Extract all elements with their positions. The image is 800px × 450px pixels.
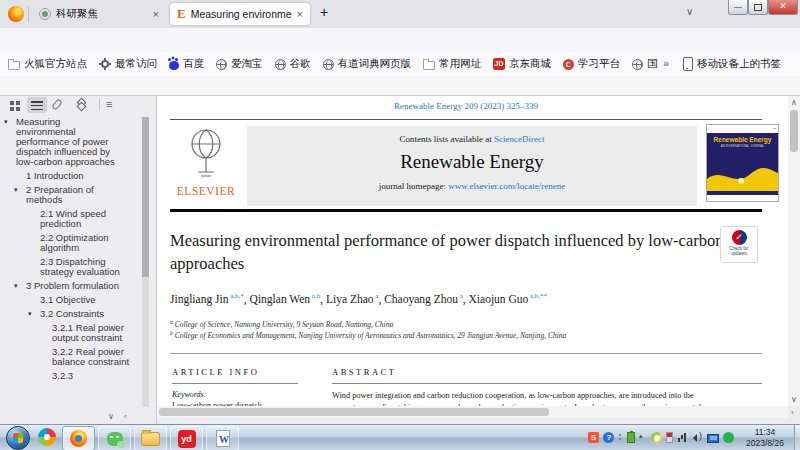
journal-homepage-link[interactable]: www.elsevier.com/locate/renene (448, 181, 565, 191)
outline-item[interactable]: 3.1 Objective (4, 295, 154, 305)
scroll-right-arrow-icon[interactable]: › (791, 408, 794, 417)
scroll-down-arrow-icon[interactable]: ∨ (791, 395, 797, 404)
help-tray-icon[interactable] (603, 432, 614, 443)
bookmark-label: 爱淘宝 (231, 57, 263, 71)
mobile-bookmarks-button[interactable]: 移动设备上的书签 (683, 52, 797, 76)
author-affiliation-marks: a,b,** (528, 292, 547, 300)
minimize-button[interactable]: — (728, 0, 748, 15)
cover-title: Renewable Energy (707, 136, 778, 143)
volume-tray-icon[interactable] (692, 432, 703, 443)
attachments-paperclip-icon[interactable] (51, 98, 63, 110)
outline-item[interactable]: ▾2 Preparation of methods (4, 185, 154, 205)
hidden-tray-icon[interactable] (639, 432, 647, 443)
browser-navbar: ← → ↻ ⌂ https://pdf.sciencedirectassets.… (0, 28, 800, 52)
pinwheel-app-icon[interactable] (38, 428, 56, 446)
taskbar-clock[interactable]: 11:34 2023/8/26 (738, 427, 792, 449)
scroll-down-arrow-icon[interactable]: ∨ (108, 412, 114, 421)
tab-keyanjujiao[interactable]: 科研聚焦 × (33, 3, 165, 25)
mobile-bookmarks-label: 移动设备上的书签 (697, 57, 781, 71)
sciencedirect-link[interactable]: ScienceDirect (494, 134, 544, 144)
horizontal-scrollbar-thumb[interactable] (159, 408, 549, 416)
globe-bookmark-icon (275, 59, 286, 70)
affiliation-line: b College of Economics and Management, N… (170, 330, 762, 341)
safe360-tray-icon[interactable] (651, 432, 662, 443)
elsevier-tree-icon (179, 124, 233, 180)
bookmark-item[interactable]: 谷歌 (275, 57, 311, 71)
maximize-button[interactable] (748, 0, 768, 15)
author-name: Chaoyang Zhou (384, 293, 458, 305)
outline-item[interactable]: 2.2 Optimization algorithm (4, 233, 154, 253)
caret-down-icon[interactable]: ▾ (28, 309, 32, 319)
youdao-icon: yd (178, 430, 196, 448)
thumbnails-tab-icon[interactable] (10, 101, 20, 111)
taskbar-app-explorer[interactable] (134, 426, 167, 450)
battery-tray-icon[interactable] (627, 432, 635, 443)
sogou-tray-icon[interactable] (588, 432, 599, 443)
outline-item[interactable]: 1 Introduction (4, 171, 154, 181)
cover-subtitle: AN INTERNATIONAL JOURNAL (707, 144, 778, 148)
outline-item[interactable]: 2.3 Dispatching strategy evaluation (4, 257, 154, 277)
outline-item[interactable]: 3.2.2 Real power balance constraint (4, 347, 154, 367)
bookmark-item[interactable]: 常用网址 (423, 57, 481, 71)
taskbar-app-youdao[interactable]: yd (170, 426, 203, 450)
start-button[interactable] (6, 426, 30, 450)
bookmark-item[interactable]: 百度 (169, 57, 204, 71)
bookmark-label: 京东商城 (509, 57, 551, 71)
tab-title: Measuring environmental pe (191, 8, 292, 20)
bookmark-item[interactable]: 火狐官方站点 (8, 57, 87, 71)
journal-masthead: Contents lists available at ScienceDirec… (247, 126, 697, 206)
taskbar-app-firefox[interactable] (62, 426, 95, 450)
usb-tray-icon[interactable] (666, 432, 673, 443)
bookmarks-overflow-chevron[interactable]: » (663, 57, 669, 69)
tab-measuring-environmental[interactable]: E Measuring environmental pe × (170, 3, 310, 25)
horizontal-scrollbar[interactable] (157, 406, 788, 418)
taskbar-app-wechat[interactable] (98, 426, 131, 450)
network-tray-icon[interactable] (677, 432, 688, 443)
green-tray-icon[interactable] (723, 432, 734, 443)
tab-close-icon[interactable]: × (297, 8, 303, 20)
taskbar-apps: yd (62, 426, 239, 450)
bookmark-item[interactable]: 京东商城 (493, 57, 551, 71)
tab-close-icon[interactable]: × (153, 8, 159, 20)
dots-tray-icon[interactable] (618, 432, 623, 443)
caret-down-icon[interactable]: ▾ (4, 117, 8, 127)
list-all-tabs-chevron-icon[interactable]: ∨ (686, 6, 693, 17)
outline-item[interactable]: 3.2.1 Real power output constraint (4, 323, 154, 343)
bookmark-item[interactable]: 有道词典网页版 (323, 57, 412, 71)
bookmark-item[interactable]: 国家智慧教育平台 (632, 57, 658, 71)
caret-down-icon[interactable]: ▾ (14, 281, 18, 291)
bookmark-item[interactable]: 学习平台 (563, 57, 620, 71)
outline-item[interactable]: ▾3 Problem formulation (4, 281, 154, 291)
tab-divider (28, 6, 29, 22)
show-desktop-button[interactable] (794, 425, 800, 450)
outline-item[interactable]: 3.2.3 (4, 371, 154, 381)
vertical-scrollbar[interactable]: ∧ ∨ (788, 96, 800, 406)
display-tray-icon[interactable] (707, 434, 719, 443)
new-tab-button[interactable]: + (320, 4, 328, 20)
vertical-scrollbar-thumb[interactable] (790, 110, 798, 152)
bookmark-item[interactable]: 最常访问 (99, 57, 157, 71)
abstract-heading: ABSTRACT (332, 367, 396, 377)
bookmark-item[interactable]: 爱淘宝 (216, 57, 263, 71)
outline-item[interactable]: ▾Measuring environmental performance of … (4, 117, 154, 167)
layers-tab-icon[interactable] (75, 99, 87, 111)
scroll-up-arrow-icon[interactable]: ∧ (791, 98, 797, 107)
outline-item[interactable]: ▾3.2 Constraints (4, 309, 154, 319)
check-for-updates-badge[interactable]: ✓ Check for updates (720, 226, 758, 263)
outline-options-icon[interactable]: ≡ (106, 98, 112, 110)
firefox-logo-icon[interactable] (8, 6, 24, 22)
baidu-bookmark-icon (169, 61, 179, 70)
caret-down-icon[interactable]: ▾ (14, 185, 18, 195)
outline-tab-icon[interactable] (31, 101, 43, 110)
elsevier-logo: ELSEVIER (170, 124, 242, 208)
taskbar-app-word[interactable] (206, 426, 239, 450)
outline-item-label: 3.2.2 Real power balance constraint (52, 347, 130, 367)
scroll-left-arrow-icon[interactable]: ‹ (124, 412, 127, 421)
sidebar-scrollbar-thumb[interactable] (142, 117, 149, 277)
outline-item[interactable]: 2.1 Wind speed prediction (4, 209, 154, 229)
abstract-text: Wind power integration and carbon reduct… (332, 390, 764, 406)
pdf-sidebar: ≡ ▾Measuring environmental performance o… (0, 96, 157, 424)
close-button[interactable]: ✕ (768, 0, 798, 15)
sidebar-tabs: ≡ (0, 96, 157, 115)
sidebar-scrollbar[interactable] (142, 117, 149, 407)
